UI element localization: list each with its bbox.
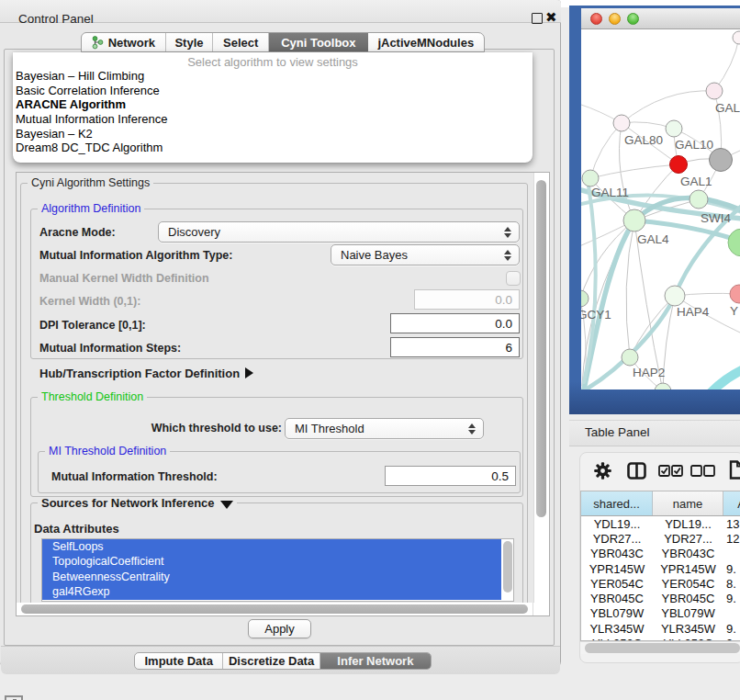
mi-algorithm-type-select[interactable]: Naive Bayes xyxy=(331,244,520,265)
mi-algorithm-type-value: Naive Bayes xyxy=(341,248,408,262)
manual-kernel-width-checkbox[interactable] xyxy=(506,271,521,286)
tab-jactivemnodules[interactable]: jActiveMNodules xyxy=(368,33,484,51)
table-cell: YDL19... xyxy=(653,516,723,531)
network-node[interactable] xyxy=(582,170,599,186)
table-hscroll-thumb[interactable] xyxy=(585,643,740,653)
hub-definition-toggle[interactable]: Hub/Transcription Factor Definition xyxy=(39,367,253,380)
attributes-list-scroll-thumb[interactable] xyxy=(503,541,512,593)
table-row[interactable]: YBL079WYBL079W xyxy=(581,606,740,621)
sources-toggle[interactable]: Sources for Network Inference xyxy=(38,497,237,510)
network-node[interactable] xyxy=(706,83,723,99)
algorithm-dropdown-popup: Select algorithm to view settings Bayesi… xyxy=(13,52,533,163)
network-node[interactable] xyxy=(730,285,740,303)
which-threshold-select[interactable]: MI Threshold xyxy=(285,418,484,439)
threshold-definition-title: Threshold Definition xyxy=(38,390,147,403)
network-node[interactable] xyxy=(733,31,740,44)
network-node[interactable] xyxy=(581,290,589,307)
aracne-mode-select[interactable]: Discovery xyxy=(158,221,520,243)
settings-hscroll-thumb[interactable] xyxy=(21,604,528,614)
table-row[interactable]: YPR145WYPR145W9. xyxy=(581,561,740,576)
table-row[interactable]: YBR045CYBR045C9. xyxy=(581,591,740,605)
tab-cyni-toolbox[interactable]: Cyni Toolbox xyxy=(269,33,368,51)
attribute-item[interactable]: TopologicalCoefficient xyxy=(42,554,501,569)
network-edge[interactable] xyxy=(590,123,622,178)
mi-algorithm-type-label: Mutual Information Algorithm Type: xyxy=(39,249,232,262)
network-window-titlebar[interactable] xyxy=(581,8,740,29)
bottom-left-button[interactable] xyxy=(5,695,23,700)
dpi-tolerance-label: DPI Tolerance [0,1]: xyxy=(39,319,146,332)
checked-boxes-icon[interactable] xyxy=(658,464,683,480)
network-edge[interactable] xyxy=(622,91,714,123)
network-node[interactable] xyxy=(623,209,645,231)
network-node[interactable] xyxy=(622,349,638,366)
kernel-width-field[interactable]: 0.0 xyxy=(414,289,520,310)
network-icon xyxy=(92,36,104,50)
network-edge[interactable] xyxy=(714,38,739,91)
data-attributes-list[interactable]: SelfLoopsTopologicalCoefficientBetweenne… xyxy=(41,538,514,602)
attribute-item[interactable]: BetweennessCentrality xyxy=(42,570,501,584)
network-node[interactable] xyxy=(670,156,688,174)
gear-icon[interactable] xyxy=(594,462,611,483)
algorithm-option[interactable]: Mutual Information Inference xyxy=(13,112,533,127)
cyni-mode-tab-bar: Impute DataDiscretize DataInfer Network xyxy=(134,652,432,670)
combo-arrows-icon xyxy=(468,422,477,436)
table-cell: YPR145W xyxy=(581,561,653,576)
algorithm-option[interactable]: ARACNE Algorithm xyxy=(13,97,533,112)
mi-steps-field[interactable]: 6 xyxy=(390,337,520,357)
algorithm-option[interactable]: Bayesian – Hill Climbing xyxy=(13,69,533,84)
table-cell: 9. xyxy=(723,591,740,605)
close-panel-button[interactable]: ✖ xyxy=(545,9,557,26)
attribute-item[interactable]: gal4RGexp xyxy=(42,584,501,599)
algorithm-option[interactable]: Bayesian – K2 xyxy=(13,127,533,141)
tab-discretize-data[interactable]: Discretize Data xyxy=(223,653,320,669)
table-row[interactable]: YDL19...YDL19...13 xyxy=(581,516,740,531)
table-header-row: shared...nameA xyxy=(581,491,740,516)
network-node[interactable] xyxy=(710,149,733,172)
network-node[interactable] xyxy=(666,120,682,137)
network-edge[interactable] xyxy=(626,220,634,357)
column-header[interactable]: shared... xyxy=(581,491,653,515)
apply-button[interactable]: Apply xyxy=(248,619,311,638)
tab-infer-network[interactable]: Infer Network xyxy=(320,653,431,669)
float-window-button[interactable] xyxy=(532,13,543,24)
tab-label: Style xyxy=(174,36,203,50)
zoom-window-icon[interactable] xyxy=(627,13,639,25)
tab-style[interactable]: Style xyxy=(166,33,214,51)
dpi-tolerance-field[interactable]: 0.0 xyxy=(390,313,520,333)
table-cell: 13 xyxy=(723,516,740,531)
unchecked-boxes-icon[interactable] xyxy=(690,464,715,480)
table-row[interactable]: YDR27...YDR27...12 xyxy=(581,531,740,546)
tab-select[interactable]: Select xyxy=(213,33,269,51)
column-header[interactable]: A xyxy=(723,491,740,515)
table-row[interactable]: YBR043CYBR043C xyxy=(581,547,740,561)
algorithm-option[interactable]: Dream8 DC_TDC Algorithm xyxy=(13,141,533,155)
network-node[interactable] xyxy=(690,190,708,209)
network-node[interactable] xyxy=(613,115,630,131)
tab-label: jActiveMNodules xyxy=(377,36,474,50)
settings-vscroll-thumb[interactable] xyxy=(536,180,546,517)
network-node[interactable] xyxy=(665,286,685,306)
close-window-icon[interactable] xyxy=(590,13,602,25)
manual-kernel-width-label: Manual Kernel Width Definition xyxy=(39,272,209,285)
network-node[interactable] xyxy=(728,229,740,256)
node-label: SWI4 xyxy=(701,211,731,225)
minimize-window-icon[interactable] xyxy=(609,13,621,25)
network-edge[interactable] xyxy=(705,369,740,390)
mi-threshold-field[interactable]: 0.5 xyxy=(385,466,516,486)
tab-impute-data[interactable]: Impute Data xyxy=(135,653,223,669)
network-edge[interactable] xyxy=(590,164,678,178)
node-label: GAL11 xyxy=(591,186,629,199)
table-row[interactable]: YER054CYER054C8. xyxy=(581,576,740,591)
algorithm-dropdown-items: Bayesian – Hill ClimbingBasic Correlatio… xyxy=(13,69,533,155)
table-row[interactable]: YLR345WYLR345W9. xyxy=(581,621,740,636)
split-view-icon[interactable] xyxy=(627,462,646,483)
column-header[interactable]: name xyxy=(653,491,723,515)
screen: { "colors": { "selection_blue": "#3d6cd7… xyxy=(0,0,740,700)
network-node[interactable] xyxy=(655,383,671,390)
attribute-item[interactable]: SelfLoops xyxy=(42,539,501,554)
algorithm-definition-title: Algorithm Definition xyxy=(38,202,144,215)
network-view-canvas[interactable]: GALGAL80GAL10GAL1GAL11SWI4GAL4GCY1HAP4YH… xyxy=(581,29,740,390)
algorithm-option[interactable]: Basic Correlation Inference xyxy=(13,84,533,98)
page-icon[interactable] xyxy=(729,460,740,483)
tab-network[interactable]: Network xyxy=(82,33,166,51)
